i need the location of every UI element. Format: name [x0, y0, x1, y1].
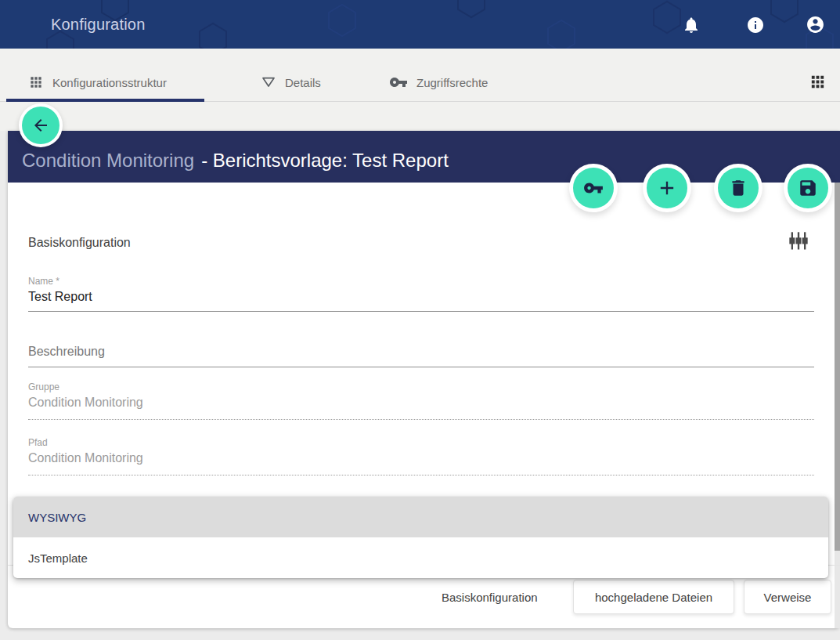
path-field: Pfad	[28, 437, 814, 475]
footer-tab-basiskonfiguration[interactable]: Basiskonfiguration	[429, 580, 550, 614]
add-fab[interactable]	[647, 168, 687, 208]
notifications-button[interactable]	[682, 16, 701, 34]
bell-icon	[682, 16, 701, 34]
field-label: Name *	[28, 276, 814, 288]
field-label: Gruppe	[28, 381, 814, 394]
info-button[interactable]	[746, 16, 765, 34]
name-field: Name *	[28, 276, 814, 312]
key-icon	[583, 178, 604, 198]
tab-label: Zugriffsrechte	[416, 76, 488, 89]
delete-fab[interactable]	[718, 168, 759, 208]
plus-icon	[656, 177, 678, 199]
tab-zugriffsrechte[interactable]: Zugriffsrechte	[389, 66, 488, 99]
title-bar: Condition Monitoring- Berichtsvorlage: T…	[8, 131, 840, 183]
description-field	[28, 345, 814, 367]
permissions-fab[interactable]	[573, 168, 614, 208]
template-type-dropdown: WYSIWYG JsTemplate	[13, 497, 828, 578]
apps-grid-icon	[809, 73, 827, 91]
footer-tab-hochgeladene-dateien[interactable]: hochgeladene Dateien	[573, 580, 734, 614]
tab-bar: Konfigurationsstruktur Details Zugriffsr…	[0, 49, 840, 131]
filter-triangle-icon	[261, 74, 276, 90]
app-bar: Konfiguration	[0, 0, 840, 49]
key-icon	[389, 73, 408, 92]
footer-tab-verweise[interactable]: Verweise	[744, 580, 831, 614]
screen: Konfiguration Konfigurationsstruktur	[0, 0, 840, 640]
tune-sliders-icon	[788, 230, 809, 252]
tab-label: Details	[285, 76, 321, 89]
tune-button[interactable]	[788, 230, 809, 252]
arrow-left-icon	[31, 116, 50, 135]
scrollbar-thumb[interactable]	[835, 183, 840, 551]
option-jstemplate[interactable]: JsTemplate	[13, 537, 828, 578]
group-input	[28, 394, 814, 420]
section-heading: Basiskonfiguration	[28, 236, 131, 250]
option-wysiwyg[interactable]: WYSIWYG	[13, 497, 828, 537]
field-label: Pfad	[28, 437, 814, 450]
description-input[interactable]	[28, 345, 814, 367]
path-input	[28, 450, 814, 475]
active-tab-indicator	[6, 99, 204, 102]
tab-konfigurationsstruktur[interactable]: Konfigurationsstruktur	[28, 66, 167, 99]
scrollbar-track[interactable]	[835, 183, 840, 628]
back-button[interactable]	[22, 107, 59, 144]
info-icon	[746, 16, 765, 34]
apps-grid-button[interactable]	[809, 73, 827, 91]
tab-details[interactable]: Details	[261, 66, 321, 99]
title-group: Condition Monitoring	[22, 150, 194, 171]
title-text: - Berichtsvorlage: Test Report	[201, 150, 449, 171]
group-field: Gruppe	[28, 381, 814, 420]
name-input[interactable]	[28, 288, 814, 312]
save-icon	[798, 178, 818, 198]
page-title: Konfiguration	[51, 0, 145, 49]
tab-label: Konfigurationsstruktur	[52, 76, 167, 89]
trash-icon	[728, 178, 748, 198]
grid-icon	[28, 74, 44, 90]
account-button[interactable]	[806, 15, 824, 34]
save-fab[interactable]	[788, 168, 828, 208]
account-circle-icon	[806, 15, 825, 34]
